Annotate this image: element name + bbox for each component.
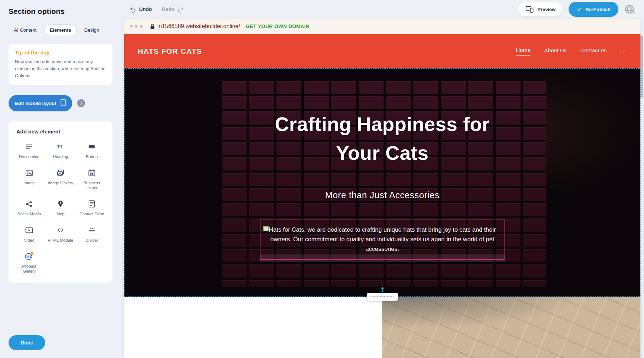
sidebar-footer: Done — [9, 328, 112, 350]
page-title: Section options — [9, 7, 112, 16]
svg-text:SHOP: SHOP — [26, 256, 32, 258]
tab-elements[interactable]: Elements — [44, 24, 77, 36]
lock-icon — [150, 23, 155, 30]
description-icon — [25, 142, 33, 152]
element-image[interactable]: Image — [14, 168, 45, 191]
button-icon — [88, 142, 96, 152]
canvas-scrollbar[interactable] — [640, 36, 643, 98]
done-button[interactable]: Done — [9, 335, 45, 350]
site-nav: Home About Us Contact us ... — [516, 47, 627, 56]
notification-dot — [633, 11, 635, 14]
site-logo[interactable]: HATS FOR CATS — [138, 47, 202, 56]
hero-content: Crafting Happiness for Your Cats More th… — [125, 69, 640, 200]
tab-design[interactable]: Design — [79, 25, 105, 36]
element-html-module[interactable]: HTML Module — [45, 225, 76, 243]
tip-of-the-day-card: Tip of the day: Now you can add, move an… — [9, 44, 112, 85]
nav-home[interactable]: Home — [516, 47, 530, 56]
element-button[interactable]: Button — [76, 142, 107, 159]
get-domain-link[interactable]: GET YOUR OWN DOMAIN — [246, 23, 310, 29]
nav-contact-us[interactable]: Contact us — [580, 47, 607, 55]
site-canvas: n1566589.websitebuilder.online/ GET YOUR… — [124, 19, 640, 358]
main-area: Undo Redo Preview — [121, 0, 644, 358]
image-gallery-icon — [56, 168, 65, 178]
element-social-media[interactable]: Social Media — [14, 199, 45, 216]
top-toolbar: Undo Redo Preview — [121, 0, 644, 19]
mobile-phone-icon — [60, 99, 66, 107]
edit-mobile-row: Edit mobile layout i — [9, 95, 112, 111]
resize-dotted-line — [371, 296, 394, 297]
social-media-icon — [25, 199, 33, 209]
add-element-title: Add new element — [14, 128, 107, 135]
undo-button[interactable]: Undo — [130, 6, 152, 13]
element-description[interactable]: Description — [14, 142, 45, 159]
tip-body: Now you can add, move and resize any ele… — [15, 59, 106, 79]
sidebar-tabs: AI Content Elements Design — [9, 24, 112, 36]
browser-address-bar: n1566589.websitebuilder.online/ GET YOUR… — [124, 19, 640, 34]
app-window: Section options AI Content Elements Desi… — [0, 0, 644, 358]
next-section-preview — [124, 297, 640, 358]
element-divider[interactable]: Divider — [76, 225, 107, 243]
tip-title: Tip of the day: — [15, 49, 106, 56]
nav-about-us[interactable]: About Us — [544, 47, 567, 55]
element-image-gallery[interactable]: Image Gallery — [45, 168, 76, 191]
element-product-gallery[interactable]: SHOP Product Gallery — [14, 251, 45, 274]
html-module-icon — [56, 225, 65, 235]
element-heading[interactable]: Tt Heading — [45, 142, 76, 159]
paving-stones-image — [382, 297, 640, 358]
heading-icon: Tt — [56, 142, 65, 152]
contact-form-icon — [88, 199, 96, 209]
video-icon — [25, 225, 33, 235]
sidebar-divider — [9, 328, 112, 328]
divider-icon — [88, 225, 96, 235]
republish-button[interactable]: Re-Publish — [569, 2, 618, 17]
element-grid: Description Tt Heading Button — [14, 142, 107, 274]
element-map[interactable]: Map — [45, 199, 76, 216]
add-element-panel: Add new element Description Tt Heading — [9, 121, 112, 283]
element-contact-form[interactable]: Contact Form — [76, 199, 107, 216]
section-resize-handle[interactable] — [367, 293, 398, 301]
edit-mobile-layout-label: Edit mobile layout — [15, 101, 56, 106]
preview-devices-icon — [526, 6, 534, 13]
edit-mobile-layout-button[interactable]: Edit mobile layout — [9, 95, 72, 111]
product-gallery-icon: SHOP — [24, 251, 35, 261]
site-header[interactable]: HATS FOR CATS Home About Us Contact us .… — [124, 34, 640, 68]
nav-more-menu[interactable]: ... — [620, 47, 627, 55]
element-business-hours[interactable]: Business Hours — [76, 168, 107, 191]
site-url[interactable]: n1566589.websitebuilder.online/ — [159, 23, 240, 30]
check-icon — [576, 7, 582, 12]
toolbar-right: Preview Re-Publish — [518, 2, 635, 17]
section-options-sidebar: Section options AI Content Elements Desi… — [0, 0, 121, 358]
resize-arrows-icon — [380, 287, 385, 293]
redo-icon — [177, 6, 184, 13]
hero-title[interactable]: Crafting Happiness for Your Cats — [254, 110, 511, 168]
map-icon — [56, 199, 65, 209]
redo-button[interactable]: Redo — [162, 6, 184, 13]
browser-dots-icon — [130, 25, 143, 28]
image-icon — [25, 168, 33, 178]
selection-handle[interactable] — [263, 226, 269, 231]
undo-icon — [130, 6, 136, 13]
hero-subtitle[interactable]: More than Just Accessories — [125, 190, 640, 200]
business-hours-icon — [88, 168, 96, 178]
info-icon[interactable]: i — [77, 99, 85, 107]
tab-ai-content[interactable]: AI Content — [9, 25, 42, 36]
selected-text-element[interactable]: Hats for Cats, we are dedicated to craft… — [260, 220, 505, 260]
hero-section-selected[interactable]: Crafting Happiness for Your Cats More th… — [124, 68, 640, 297]
preview-button[interactable]: Preview — [518, 2, 563, 17]
svg-text:Tt: Tt — [57, 143, 62, 149]
hero-paragraph[interactable]: Hats for Cats, we are dedicated to craft… — [268, 225, 497, 254]
language-globe-button[interactable] — [624, 4, 635, 15]
element-video[interactable]: Video — [14, 225, 45, 243]
